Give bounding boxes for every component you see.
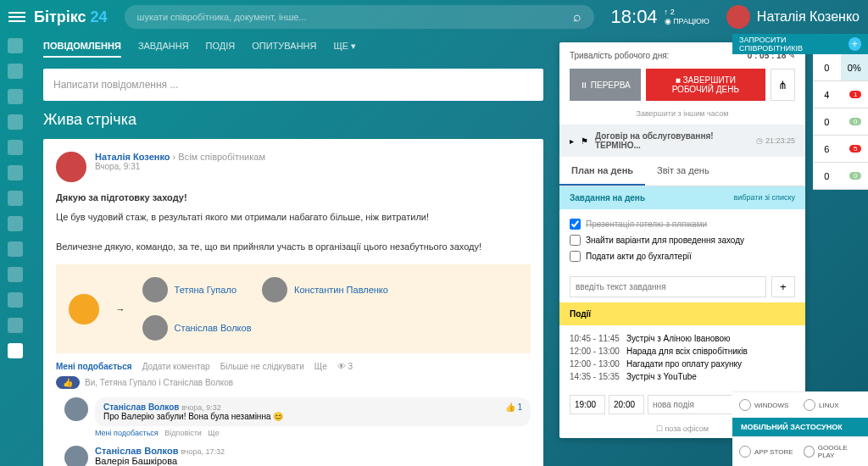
event-from-input[interactable] [570, 395, 605, 414]
reply-button[interactable]: Відповісти [164, 429, 202, 437]
user-menu[interactable]: Наталія Козенко [726, 5, 860, 29]
trophy-icon [69, 294, 99, 325]
sidebar [0, 34, 31, 466]
sidebar-item[interactable] [8, 140, 23, 155]
post-author[interactable]: Наталія Козенко [95, 152, 170, 162]
sidebar-item[interactable] [8, 241, 23, 257]
comment-button[interactable]: Додати коментар [142, 362, 210, 371]
event-item[interactable]: 14:35 - 15:35Зустріч з YouTube [570, 370, 795, 383]
like-button[interactable]: Мені подобається [95, 429, 159, 437]
sidebar-item[interactable] [8, 89, 23, 104]
play-icon[interactable]: ▸ [570, 136, 574, 146]
sidebar-item[interactable] [8, 216, 23, 231]
sidebar-item[interactable] [8, 318, 23, 333]
feed-tabs: ПОВІДОМЛЕННЯ ЗАВДАННЯ ПОДІЯ ОПИТУВАННЯ Щ… [31, 34, 556, 64]
appstore-link[interactable]: APP STORE [739, 444, 797, 459]
task-item[interactable]: Презентація готелю з пляжами [570, 216, 795, 232]
invite-bar[interactable]: ЗАПРОСИТИ СПІВРОБІТНИКІВ + [732, 34, 868, 54]
comment: Станіслав Волков вчора, 9:32 👍 1 Про Вал… [56, 397, 531, 437]
events-header: Події [559, 302, 805, 325]
event-item[interactable]: 12:00 - 13:00Нарада для всіх співробітни… [570, 345, 795, 358]
unfollow-button[interactable]: Більше не слідкувати [220, 362, 304, 371]
sidebar-item[interactable] [8, 38, 23, 53]
counter[interactable]: 6 [813, 136, 841, 162]
tab-messages[interactable]: ПОВІДОМЛЕННЯ [43, 41, 121, 58]
work-status[interactable]: ↑ 2◉ ПРАЦЮЮ [665, 8, 709, 26]
duration-label: Тривалість робочого дня: [570, 51, 669, 60]
more-button[interactable]: Ще [208, 429, 219, 437]
counter[interactable]: 4 [813, 81, 841, 108]
menu-icon[interactable] [8, 9, 25, 25]
counter[interactable]: 0 [841, 163, 869, 189]
clock: 18:04 [611, 6, 658, 28]
task-item[interactable]: Подати акти до бухгалтерії [570, 248, 795, 264]
windows-app[interactable]: WINDOWS [739, 399, 797, 411]
counter[interactable]: 5 [841, 136, 869, 162]
post-time: Вчора, 9:31 [95, 162, 265, 171]
more-button[interactable]: Ще [314, 362, 327, 371]
badge-person[interactable]: Станіслав Волков [142, 315, 518, 341]
pause-button[interactable]: ⏸ ПЕРЕРВА [570, 69, 641, 101]
tab-event[interactable]: ПОДІЯ [206, 41, 236, 58]
sidebar-item[interactable] [8, 165, 23, 180]
tab-poll[interactable]: ОПИТУВАННЯ [252, 41, 316, 58]
urgent-task[interactable]: ▸ ⚑ Договір на обслуговування! ТЕРМІНО..… [559, 125, 805, 157]
new-task-input[interactable] [570, 276, 766, 297]
counter[interactable]: 0% [841, 54, 869, 80]
sidebar-item[interactable] [8, 64, 23, 79]
sidebar-item[interactable] [8, 292, 23, 308]
select-from-list[interactable]: вибрати зі списку [734, 193, 796, 202]
sidebar-item[interactable] [8, 343, 23, 358]
workday-panel: Тривалість робочого дня: 0 : 05 : 18 ✎ ⏸… [559, 42, 805, 438]
end-workday-button[interactable]: ■ ЗАВЕРШИТИ РОБОЧИЙ ДЕНЬ [646, 69, 765, 101]
play-icon [804, 446, 815, 458]
sidebar-item[interactable] [8, 114, 23, 130]
task-item[interactable]: Знайти варіанти для проведення заходу [570, 232, 795, 248]
avatar[interactable] [64, 397, 88, 421]
tab-day-plan[interactable]: План на день [559, 157, 645, 186]
event-item[interactable]: 12:00 - 13:00Нагадати про оплату рахунку [570, 358, 795, 370]
event-item[interactable]: 10:45 - 11:45Зустріч з Аліною Івановою [570, 332, 795, 345]
counter[interactable]: 0 [813, 108, 841, 135]
feed-post: Наталія Козенко › Всім співробітникам Вч… [43, 139, 543, 466]
counter[interactable]: 0 [813, 54, 841, 80]
appstore-icon [739, 446, 751, 458]
share-button[interactable]: ⋔ [771, 69, 795, 101]
mobile-apps-header: МОБІЛЬНИЙ ЗАСТОСУНОК [732, 418, 868, 436]
comment-author[interactable]: Станіслав Волков [95, 446, 178, 456]
avatar [726, 5, 750, 29]
post-title: Дякую за підготовку заходу! [56, 191, 531, 206]
tab-tasks[interactable]: ЗАВДАННЯ [138, 41, 189, 58]
event-to-input[interactable] [609, 395, 644, 414]
linux-app[interactable]: LINUX [804, 399, 861, 411]
avatar[interactable] [64, 446, 88, 466]
badge-person[interactable]: Константин Павленко [262, 277, 388, 302]
end-other-time[interactable]: Завершити з іншим часом [559, 109, 805, 125]
like-icon[interactable]: 👍 [56, 376, 80, 389]
badge-person[interactable]: Тетяна Гупало [142, 277, 237, 302]
search-icon[interactable]: ⌕ [573, 9, 581, 25]
counter[interactable]: 0 [813, 163, 841, 189]
tab-day-report[interactable]: Звіт за день [645, 157, 721, 186]
liked-by: Ви, Тетяна Гупало і Станіслав Волков [85, 378, 233, 387]
comment-author[interactable]: Станіслав Волков [103, 402, 179, 412]
googleplay-link[interactable]: GOOGLE PLAY [804, 444, 861, 459]
compose-box[interactable]: Написати повідомлення ... [43, 69, 543, 101]
comment: Станіслав Волков вчора, 17:32 Валерія Ба… [56, 446, 531, 466]
add-task-button[interactable]: + [771, 276, 795, 297]
sidebar-item[interactable] [8, 191, 23, 206]
search-input[interactable] [137, 12, 573, 22]
counter[interactable]: 1 [841, 81, 869, 108]
sidebar-item[interactable] [8, 267, 23, 282]
appreciation-badges: → Тетяна Гупало Константин Павленко Стан… [56, 264, 531, 353]
like-button[interactable]: Мені подобається [56, 362, 132, 371]
plus-icon[interactable]: + [849, 37, 861, 51]
counter[interactable]: 0 [841, 108, 869, 135]
tasks-header: Завдання на день [570, 193, 645, 202]
feed-title: Жива стрічка [43, 111, 543, 129]
avatar[interactable] [56, 152, 86, 182]
search-bar[interactable]: ⌕ [125, 5, 594, 29]
tab-more[interactable]: ЩЕ ▾ [333, 41, 356, 58]
post-text: Величезне дякую, командо, за те, що ви п… [56, 240, 531, 255]
arrow-icon: → [116, 304, 125, 314]
